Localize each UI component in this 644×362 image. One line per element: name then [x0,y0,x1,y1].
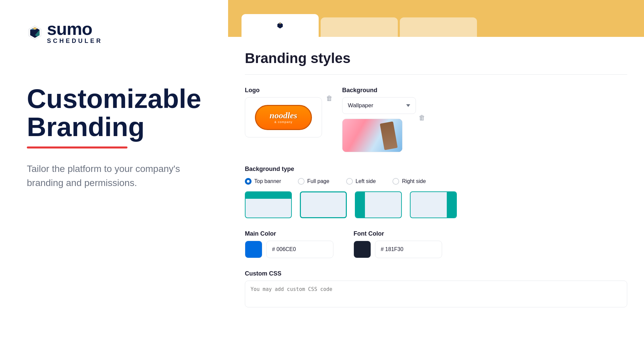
page-title: Branding styles [245,50,627,66]
browser-tab-3[interactable] [400,17,477,37]
radio-right-side-circle [392,178,399,185]
custom-css-label: Custom CSS [245,270,627,277]
hex-icon [27,24,43,41]
noodles-text: noodles [270,111,297,120]
logo-group: Logo noodles & company 🗑 [245,87,322,137]
radio-full-page[interactable]: Full page [298,178,329,185]
radio-left-side-circle [346,178,353,185]
radio-top-banner-circle [245,178,252,185]
main-color-swatch[interactable] [245,241,262,258]
logo-background-row: Logo noodles & company 🗑 Background Wall… [245,87,627,152]
logo-label: Logo [245,87,322,94]
background-delete-icon[interactable]: 🗑 [419,114,425,122]
hero-underline [27,146,127,148]
background-preview-box [342,119,402,152]
main-color-label: Main Color [245,230,333,237]
radio-right-side[interactable]: Right side [392,178,426,185]
layout-previews [245,191,627,218]
browser-content: Branding styles Logo noodles & company 🗑 [228,37,644,362]
radio-left-side[interactable]: Left side [346,178,376,185]
logo-scheduler: SCHEDULER [47,38,103,45]
brand-logo-area: sumo SCHEDULER [27,20,201,45]
font-color-input[interactable] [375,241,442,258]
radio-full-page-circle [298,178,305,185]
background-dropdown-value: Wallpaper [348,102,373,109]
browser-tab-1[interactable] [241,14,319,37]
background-preview-image [342,119,402,152]
radio-left-side-label: Left side [356,178,376,184]
logo-delete-icon[interactable]: 🗑 [326,95,333,102]
main-color-group: Main Color [245,230,333,258]
chevron-down-icon [406,104,410,107]
hero-description: Tailor the platform to your company's br… [27,162,195,190]
noodles-logo-preview: noodles & company [255,105,312,130]
tab-favicon-1 [276,22,284,29]
hero-section: Customizable Branding Tailor the platfor… [27,85,201,190]
hero-title: Customizable Branding [27,85,201,141]
background-label: Background [342,87,416,94]
layout-preview-top-banner[interactable] [245,191,292,218]
background-type-label: Background type [245,166,627,173]
layout-preview-left-side[interactable] [355,191,402,218]
radio-top-banner[interactable]: Top banner [245,178,281,185]
background-type-section: Background type Top banner Full page Lef… [245,166,627,218]
logo-upload-box[interactable]: noodles & company [245,97,322,137]
radio-top-banner-label: Top banner [254,178,281,184]
custom-css-section: Custom CSS [245,270,627,307]
section-divider [245,74,627,75]
font-color-label: Font Color [354,230,442,237]
main-color-input-row [245,241,333,258]
logo-text: sumo SCHEDULER [47,20,103,45]
font-color-swatch[interactable] [354,241,371,258]
browser-tabs [241,14,477,37]
layout-preview-right-side[interactable] [410,191,457,218]
browser-chrome [228,0,644,37]
left-panel: sumo SCHEDULER Customizable Branding Tai… [0,0,228,362]
right-panel: Branding styles Logo noodles & company 🗑 [228,0,644,362]
layout-preview-full-page[interactable] [300,191,347,218]
logo-sumo: sumo [47,20,103,38]
background-type-radio-group: Top banner Full page Left side Right sid… [245,178,627,185]
font-color-group: Font Color [354,230,442,258]
background-group: Background Wallpaper 🗑 [342,87,416,152]
main-color-input[interactable] [266,241,333,258]
noodles-sub: & company [274,121,292,124]
radio-right-side-label: Right side [402,178,426,184]
color-section: Main Color Font Color [245,230,627,258]
radio-full-page-label: Full page [307,178,329,184]
background-dropdown[interactable]: Wallpaper [342,97,416,114]
font-color-input-row [354,241,442,258]
custom-css-textarea[interactable] [245,281,627,307]
browser-tab-2[interactable] [321,17,398,37]
